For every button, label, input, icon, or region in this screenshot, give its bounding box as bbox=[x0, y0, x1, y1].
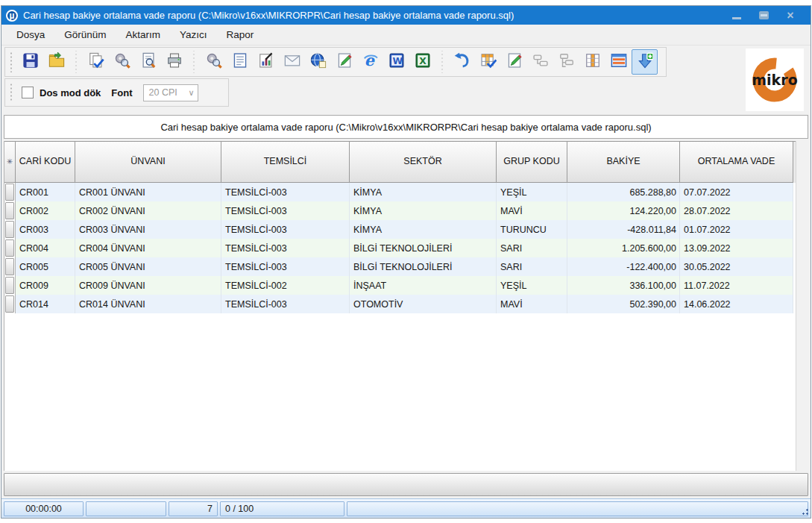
grid-header-row: ✳ CARİ KODU ÜNVANI TEMSİLCİ SEKTÖR GRUP … bbox=[4, 141, 796, 183]
dos-mod-checkbox[interactable] bbox=[22, 87, 34, 98]
font-label: Font bbox=[111, 87, 132, 98]
maximize-button[interactable] bbox=[758, 10, 769, 20]
window-title: Cari hesap bakiye ortalama vade raporu (… bbox=[23, 10, 731, 21]
orgchart-button[interactable] bbox=[553, 49, 579, 75]
print-button[interactable] bbox=[161, 49, 187, 75]
table-row[interactable]: CR004 CR004 ÜNVANI TEMSİLCİ-003 BİLGİ TE… bbox=[4, 239, 796, 257]
envelope-icon bbox=[284, 52, 300, 72]
status-timer: 00:00:00 bbox=[4, 501, 84, 516]
row-selector[interactable] bbox=[4, 276, 16, 295]
vertical-scrollbar[interactable] bbox=[796, 141, 808, 471]
chart-pencil-icon bbox=[258, 52, 274, 72]
row-selector[interactable] bbox=[4, 239, 16, 257]
cell-grup-kodu: YEŞİL bbox=[497, 183, 567, 201]
report-edit-button[interactable] bbox=[253, 49, 279, 75]
undo-button[interactable] bbox=[449, 49, 475, 75]
table-row[interactable]: CR001 CR001 ÜNVANI TEMSİLCİ-003 KİMYA YE… bbox=[4, 183, 796, 201]
row-selector[interactable] bbox=[4, 295, 16, 313]
toolbar-drag-handle[interactable] bbox=[10, 83, 13, 102]
header-bakiye[interactable]: BAKİYE bbox=[567, 142, 680, 183]
toolbar-row-1: e W X bbox=[4, 47, 667, 77]
save-button[interactable] bbox=[17, 49, 43, 75]
header-sektor[interactable]: SEKTÖR bbox=[350, 142, 497, 183]
cell-sektor: KİMYA bbox=[350, 201, 497, 220]
table-columns-icon bbox=[585, 52, 601, 72]
gear-magnifier-icon bbox=[206, 52, 222, 72]
font-select[interactable]: 20 CPI ∨ bbox=[143, 84, 198, 101]
svg-text:X: X bbox=[419, 56, 427, 66]
cell-bakiye: 685.288,80 bbox=[567, 183, 680, 201]
row-selector[interactable] bbox=[4, 183, 16, 201]
web-export-button[interactable] bbox=[305, 49, 331, 75]
row-layout-button[interactable] bbox=[605, 49, 632, 75]
menu-gorunum[interactable]: Görünüm bbox=[57, 27, 113, 43]
cell-grup-kodu: MAVİ bbox=[497, 201, 567, 220]
word-export-button[interactable]: W bbox=[383, 49, 409, 75]
table-row[interactable]: CR003 CR003 ÜNVANI TEMSİLCİ-003 KİMYA TU… bbox=[4, 220, 796, 239]
print-preview-button[interactable] bbox=[135, 49, 161, 75]
cell-ortalama-vade: 30.05.2022 bbox=[680, 257, 793, 276]
cell-grup-kodu: SARI bbox=[497, 257, 567, 276]
table-row[interactable]: CR002 CR002 ÜNVANI TEMSİLCİ-003 KİMYA MA… bbox=[4, 201, 796, 220]
table-row[interactable]: CR009 CR009 ÜNVANI TEMSİLCİ-002 İNŞAAT Y… bbox=[4, 276, 796, 295]
cell-temsilci: TEMSİLCİ-003 bbox=[221, 295, 350, 313]
report-settings-button[interactable] bbox=[201, 49, 227, 75]
excel-export-button[interactable]: X bbox=[409, 49, 435, 75]
header-ortalama-vade[interactable]: ORTALAMA VADE bbox=[680, 142, 793, 183]
note-edit-button[interactable] bbox=[501, 49, 527, 75]
cell-ortalama-vade: 07.07.2022 bbox=[680, 183, 793, 201]
flowchart-button[interactable] bbox=[527, 49, 553, 75]
row-selector[interactable] bbox=[4, 201, 16, 220]
table-select-button[interactable] bbox=[475, 49, 501, 75]
cell-ortalama-vade: 14.06.2022 bbox=[680, 295, 793, 313]
grid-empty-area bbox=[4, 313, 796, 471]
close-button[interactable]: × bbox=[785, 10, 796, 20]
export-down-button[interactable] bbox=[632, 49, 658, 75]
cell-cari-kodu: CR014 bbox=[16, 295, 75, 313]
cell-unvani: CR005 ÜNVANI bbox=[75, 257, 221, 276]
minimize-button[interactable] bbox=[731, 10, 742, 20]
cell-bakiye: 336.100,00 bbox=[567, 276, 680, 295]
header-grup-kodu[interactable]: GRUP KODU bbox=[497, 142, 567, 183]
cell-unvani: CR009 ÜNVANI bbox=[75, 276, 221, 295]
desktop-background-strip bbox=[0, 0, 812, 5]
menu-aktarim[interactable]: Aktarım bbox=[119, 27, 169, 43]
header-unvani[interactable]: ÜNVANI bbox=[75, 142, 221, 183]
open-button[interactable] bbox=[43, 49, 69, 75]
menu-rapor[interactable]: Rapor bbox=[219, 27, 262, 43]
cell-temsilci: TEMSİLCİ-003 bbox=[221, 183, 350, 201]
row-selector[interactable] bbox=[4, 220, 16, 239]
cell-ortalama-vade: 01.07.2022 bbox=[680, 220, 793, 239]
cell-sektor: İNŞAAT bbox=[350, 276, 497, 295]
internet-explorer-button[interactable]: e bbox=[357, 49, 383, 75]
menu-yazici[interactable]: Yazıcı bbox=[172, 27, 215, 43]
cell-grup-kodu: TURUNCU bbox=[497, 220, 567, 239]
row-selector-button bbox=[5, 295, 14, 313]
mikro-logo-text: mikro bbox=[750, 72, 799, 88]
menu-dosya[interactable]: Dosya bbox=[9, 27, 52, 43]
search-settings-button[interactable] bbox=[109, 49, 135, 75]
cell-sektor: KİMYA bbox=[350, 220, 497, 239]
row-selector-button bbox=[5, 239, 14, 257]
table-row[interactable]: CR005 CR005 ÜNVANI TEMSİLCİ-003 BİLGİ TE… bbox=[4, 257, 796, 276]
status-cell-5 bbox=[347, 501, 808, 516]
footer-panel bbox=[4, 473, 808, 496]
table-rows-icon bbox=[611, 52, 627, 72]
document-button[interactable] bbox=[227, 49, 253, 75]
minimize-icon bbox=[732, 11, 741, 19]
edit-button[interactable] bbox=[331, 49, 357, 75]
status-progress: 0 / 100 bbox=[220, 501, 344, 516]
select-all-header[interactable]: ✳ bbox=[4, 142, 16, 183]
row-selector[interactable] bbox=[4, 257, 16, 276]
cell-ortalama-vade: 28.07.2022 bbox=[680, 201, 793, 220]
header-temsilci[interactable]: TEMSİLCİ bbox=[221, 142, 350, 183]
mail-button[interactable] bbox=[279, 49, 305, 75]
cell-cari-kodu: CR003 bbox=[16, 220, 75, 239]
column-layout-button[interactable] bbox=[579, 49, 605, 75]
copy-button[interactable] bbox=[83, 49, 109, 75]
cell-temsilci: TEMSİLCİ-003 bbox=[221, 201, 350, 220]
toolbar-drag-handle[interactable] bbox=[10, 51, 13, 72]
cell-bakiye: 124.220,00 bbox=[567, 201, 680, 220]
table-row[interactable]: CR014 CR014 ÜNVANI TEMSİLCİ-003 OTOMOTİV… bbox=[4, 295, 796, 313]
header-cari-kodu[interactable]: CARİ KODU bbox=[16, 142, 75, 183]
